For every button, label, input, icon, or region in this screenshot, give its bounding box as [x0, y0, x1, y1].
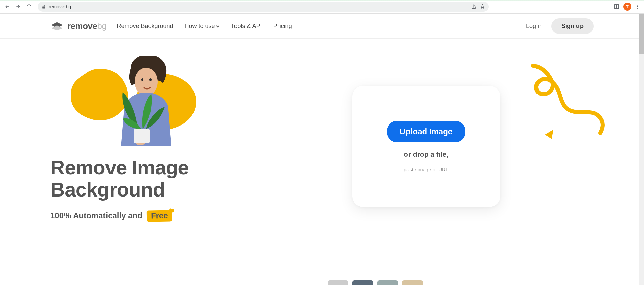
- decorative-squiggle: [526, 62, 607, 150]
- hero-subline: 100% Automatically and Free: [50, 210, 232, 222]
- thumbnail[interactable]: [377, 280, 398, 285]
- signup-button[interactable]: Sign up: [551, 18, 594, 34]
- hero-left: Remove ImageBackground 100% Automaticall…: [50, 56, 232, 222]
- svg-point-6: [141, 78, 143, 81]
- chevron-down-icon: [216, 24, 220, 28]
- logo-icon: [50, 22, 64, 31]
- svg-point-3: [637, 6, 638, 7]
- share-icon[interactable]: [471, 4, 476, 10]
- hero-right: Upload Image or drop a file, paste image…: [259, 56, 594, 222]
- kebab-menu-icon[interactable]: [635, 4, 640, 9]
- reload-button[interactable]: [24, 2, 34, 11]
- lock-icon: [42, 5, 46, 9]
- thumbnail[interactable]: [352, 280, 373, 285]
- hero-illustration: [74, 56, 202, 146]
- url-text: remove.bg: [49, 4, 71, 9]
- logo-text: removebg: [67, 21, 106, 31]
- paste-url-link[interactable]: URL: [438, 167, 448, 172]
- upload-card[interactable]: Upload Image or drop a file, paste image…: [352, 86, 500, 207]
- browser-toolbar-right: T: [614, 3, 641, 11]
- drop-file-text: or drop a file,: [404, 150, 448, 158]
- main-content: Remove ImageBackground 100% Automaticall…: [0, 39, 644, 222]
- svg-rect-1: [617, 5, 619, 9]
- scrollbar-thumb[interactable]: [639, 14, 644, 54]
- svg-point-2: [637, 5, 638, 6]
- nav-remove-background[interactable]: Remove Background: [117, 23, 173, 30]
- profile-avatar[interactable]: T: [623, 3, 631, 11]
- upload-image-button[interactable]: Upload Image: [387, 121, 465, 142]
- page-body: Remove ImageBackground 100% Automaticall…: [0, 39, 644, 285]
- address-bar[interactable]: remove.bg: [38, 2, 489, 12]
- bookmark-star-icon[interactable]: [480, 4, 485, 10]
- extensions-icon[interactable]: [614, 4, 620, 10]
- nav-how-to-use[interactable]: How to use: [185, 23, 220, 30]
- free-badge: Free: [146, 210, 172, 222]
- svg-rect-0: [615, 5, 616, 9]
- paste-text: paste image or URL: [404, 167, 448, 172]
- logo[interactable]: removebg: [50, 21, 106, 31]
- thumbnail[interactable]: [328, 280, 348, 285]
- header-right: Log in Sign up: [526, 18, 594, 34]
- scrollbar-track[interactable]: [639, 14, 644, 285]
- svg-point-7: [149, 78, 152, 81]
- example-thumbnails: [328, 280, 423, 285]
- svg-point-4: [637, 8, 638, 9]
- nav-pricing[interactable]: Pricing: [273, 23, 292, 30]
- person-with-plant-image: [101, 56, 185, 146]
- thumbnail[interactable]: [402, 280, 423, 285]
- nav-tools-api[interactable]: Tools & API: [231, 23, 262, 30]
- browser-chrome: remove.bg T: [0, 0, 644, 14]
- back-button[interactable]: [3, 2, 12, 11]
- svg-point-5: [135, 68, 158, 96]
- main-nav: Remove Background How to use Tools & API…: [117, 23, 292, 30]
- site-header: removebg Remove Background How to use To…: [0, 14, 644, 39]
- svg-rect-9: [134, 129, 150, 143]
- hero-headline: Remove ImageBackground: [50, 156, 232, 201]
- forward-button[interactable]: [13, 2, 23, 11]
- login-link[interactable]: Log in: [526, 23, 543, 30]
